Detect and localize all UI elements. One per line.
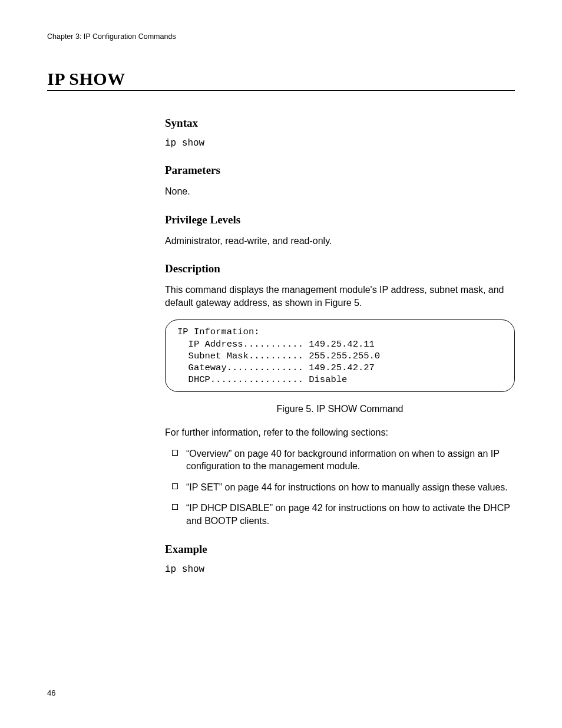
figure-caption: Figure 5. IP SHOW Command bbox=[165, 404, 515, 414]
example-heading: Example bbox=[165, 543, 515, 556]
example-code: ip show bbox=[165, 564, 515, 575]
description-text: This command displays the management mod… bbox=[165, 284, 515, 309]
reference-list: “Overview” on page 40 for background inf… bbox=[165, 447, 515, 528]
parameters-text: None. bbox=[165, 185, 515, 198]
syntax-code: ip show bbox=[165, 138, 515, 149]
page-number: 46 bbox=[47, 689, 55, 697]
page: Chapter 3: IP Configuration Commands IP … bbox=[0, 0, 562, 728]
description-heading: Description bbox=[165, 262, 515, 275]
code-output: IP Information: IP Address........... 14… bbox=[177, 326, 503, 386]
parameters-heading: Parameters bbox=[165, 164, 515, 177]
list-item: “Overview” on page 40 for background inf… bbox=[165, 447, 515, 473]
running-header: Chapter 3: IP Configuration Commands bbox=[47, 32, 515, 41]
list-item: “IP DHCP DISABLE” on page 42 for instruc… bbox=[165, 502, 515, 527]
page-title: IP SHOW bbox=[47, 69, 515, 91]
content-column: Syntax ip show Parameters None. Privileg… bbox=[165, 117, 515, 575]
privilege-text: Administrator, read-write, and read-only… bbox=[165, 235, 515, 248]
privilege-heading: Privilege Levels bbox=[165, 213, 515, 226]
code-output-box: IP Information: IP Address........... 14… bbox=[165, 319, 515, 392]
list-item: “IP SET” on page 44 for instructions on … bbox=[165, 481, 515, 494]
further-info-intro: For further information, refer to the fo… bbox=[165, 426, 515, 439]
syntax-heading: Syntax bbox=[165, 117, 515, 130]
